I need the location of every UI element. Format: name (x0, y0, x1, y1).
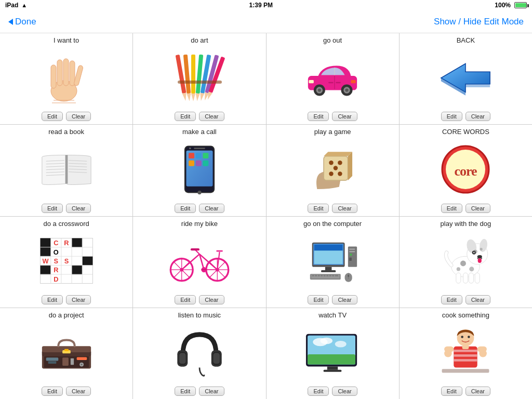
svg-text:W: W (42, 257, 49, 265)
cell-buttons-ride-my-bike: Edit Clear (175, 295, 224, 304)
svg-point-55 (197, 191, 201, 194)
svg-point-68 (329, 171, 333, 176)
svg-text:S: S (64, 257, 69, 265)
svg-rect-60 (203, 153, 208, 158)
clear-button-play-with-dog[interactable]: Clear (466, 295, 490, 304)
svg-rect-39 (65, 155, 68, 183)
svg-rect-34 (328, 82, 333, 83)
cell-ride-my-bike: ride my bike (133, 217, 265, 308)
cell-make-a-call: make a call (133, 125, 265, 216)
edit-button-make-a-call[interactable]: Edit (175, 204, 196, 213)
edit-button-do-art[interactable]: Edit (175, 112, 196, 121)
edit-button-play-a-game[interactable]: Edit (308, 204, 329, 213)
clear-button-go-out[interactable]: Clear (332, 112, 357, 121)
svg-marker-13 (191, 94, 195, 101)
cell-image-read-a-book (4, 137, 128, 201)
crossword-illustration: C R O W S S R D (38, 235, 95, 287)
svg-point-152 (478, 258, 482, 263)
svg-point-65 (329, 161, 333, 165)
cell-image-go-on-computer (271, 229, 395, 293)
clear-button-ride-my-bike[interactable]: Clear (199, 295, 224, 304)
cell-go-out: go out (267, 33, 399, 124)
svg-text:C: C (54, 239, 58, 247)
clear-button-do-a-crossword[interactable]: Clear (66, 295, 91, 304)
cell-cook-something: cook something (400, 308, 532, 399)
svg-rect-201 (462, 345, 469, 349)
svg-point-144 (348, 275, 349, 277)
status-left: iPad ▲ (5, 2, 27, 9)
svg-point-127 (350, 254, 352, 256)
svg-rect-128 (349, 258, 352, 261)
edit-button-i-want-to[interactable]: Edit (42, 112, 63, 121)
clear-button-back[interactable]: Clear (466, 112, 490, 121)
edit-button-do-a-project[interactable]: Edit (42, 387, 63, 396)
edit-button-listen-to-music[interactable]: Edit (175, 387, 196, 396)
svg-rect-125 (349, 249, 355, 250)
svg-rect-188 (327, 367, 338, 370)
svg-point-66 (338, 161, 342, 165)
cell-label-play-with-dog: play with the dog (441, 220, 491, 229)
edit-button-go-out[interactable]: Edit (308, 112, 329, 121)
cell-do-art: do art (133, 33, 265, 124)
edit-button-do-a-crossword[interactable]: Edit (42, 295, 63, 304)
svg-rect-169 (48, 362, 56, 364)
clear-button-make-a-call[interactable]: Clear (199, 204, 224, 213)
clear-button-i-want-to[interactable]: Clear (66, 112, 91, 121)
cell-play-a-game: play a game Edit Clear (267, 125, 399, 216)
edit-button-core-words[interactable]: Edit (441, 204, 462, 213)
svg-marker-38 (466, 84, 490, 87)
edit-button-play-with-dog[interactable]: Edit (441, 295, 462, 304)
cell-image-play-with-dog (404, 229, 528, 293)
svg-rect-170 (62, 358, 69, 366)
edit-button-back[interactable]: Edit (441, 112, 462, 121)
svg-point-199 (444, 350, 452, 357)
clear-button-read-a-book[interactable]: Clear (66, 204, 91, 213)
dog-illustration (440, 235, 491, 287)
svg-rect-136 (321, 275, 323, 276)
cell-image-cook-something (404, 321, 528, 384)
svg-point-151 (477, 255, 482, 258)
cell-watch-tv: watch TV Edit Clear (267, 308, 399, 399)
edit-button-cook-something[interactable]: Edit (441, 387, 462, 396)
svg-rect-134 (315, 275, 317, 276)
svg-rect-141 (335, 275, 338, 276)
computer-illustration (304, 237, 361, 284)
phone-illustration (179, 143, 220, 195)
svg-rect-133 (312, 275, 314, 276)
svg-rect-22 (178, 81, 222, 84)
clear-button-go-on-computer[interactable]: Clear (332, 295, 357, 304)
edit-button-watch-tv[interactable]: Edit (308, 387, 329, 396)
svg-text:O: O (53, 248, 58, 256)
pencils-illustration (174, 52, 225, 104)
svg-rect-115 (191, 248, 200, 250)
battery-icon (514, 2, 527, 8)
activity-grid: I want to Edit (0, 33, 532, 399)
edit-button-go-on-computer[interactable]: Edit (308, 295, 329, 304)
edit-button-ride-my-bike[interactable]: Edit (175, 295, 196, 304)
svg-point-67 (334, 166, 338, 170)
clear-button-do-art[interactable]: Clear (199, 112, 224, 121)
show-hide-edit-mode-button[interactable]: Show / Hide Edit Mode (434, 17, 524, 27)
svg-rect-56 (194, 148, 205, 149)
cell-buttons-make-a-call: Edit Clear (175, 204, 224, 213)
svg-rect-63 (203, 161, 208, 166)
clear-button-core-words[interactable]: Clear (466, 204, 490, 213)
clear-button-do-a-project[interactable]: Clear (66, 387, 91, 396)
clear-button-watch-tv[interactable]: Clear (332, 387, 357, 396)
cell-image-core-words: core (404, 137, 528, 201)
clear-button-cook-something[interactable]: Clear (466, 387, 490, 396)
cell-image-play-a-game (271, 137, 395, 201)
svg-rect-179 (179, 353, 186, 364)
svg-rect-31 (309, 80, 314, 83)
cell-buttons-go-out: Edit Clear (308, 112, 357, 121)
clear-button-listen-to-music[interactable]: Clear (199, 387, 224, 396)
cell-label-do-art: do art (191, 36, 208, 46)
clear-button-play-a-game[interactable]: Clear (332, 204, 357, 213)
cell-label-make-a-call: make a call (182, 128, 217, 137)
svg-rect-193 (454, 347, 477, 368)
done-button[interactable]: Done (8, 17, 36, 27)
cell-label-go-on-computer: go on the computer (303, 220, 362, 229)
edit-button-read-a-book[interactable]: Edit (42, 204, 63, 213)
svg-marker-36 (441, 63, 490, 92)
svg-rect-3 (63, 59, 69, 86)
